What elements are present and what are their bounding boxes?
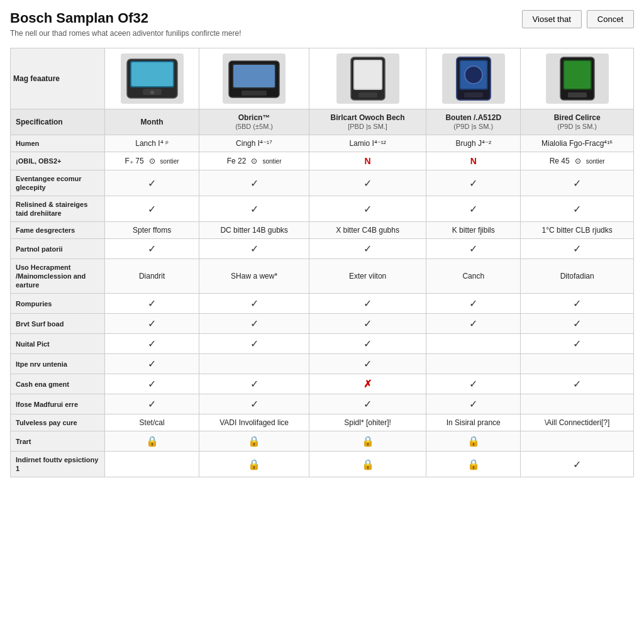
row-cell: ✓ (426, 314, 521, 334)
vioset-button[interactable]: Vioset that (522, 10, 582, 28)
svg-rect-11 (355, 61, 381, 89)
check-icon: ✓ (573, 459, 581, 470)
row-cell: Spter ffoms (105, 222, 199, 239)
table-row: Partnol patorii✓✓✓✓✓ (11, 239, 634, 259)
check-icon: ✓ (469, 178, 477, 189)
device-image-2 (223, 53, 286, 104)
row-cell: ✓ (105, 294, 199, 314)
row-cell: ✓ (521, 239, 634, 259)
row-label: Humen (11, 135, 105, 152)
row-cell: ✓ (199, 334, 309, 354)
value-with-icon: F₊ 75⊙sontier (110, 157, 194, 165)
row-cell: F₊ 75⊙sontier (105, 152, 199, 170)
page-title: Bosch Samplan Of32 (10, 10, 242, 26)
row-cell: 🔒 (105, 431, 199, 452)
table-row: Nuital Pict✓✓✓✓ (11, 334, 634, 354)
product-name-4: Bouten /.A512D (P9D |s SM.) (426, 109, 521, 135)
row-label: ¡OBIL, OBS2+ (11, 152, 105, 170)
check-icon: ✓ (364, 243, 372, 254)
table-row: Eventangee ecomur glecepity✓✓✓✓✓ (11, 170, 634, 196)
svg-rect-7 (233, 65, 275, 87)
lock-icon: 🔒 (362, 459, 374, 470)
row-cell: 🔒 (199, 452, 309, 477)
row-cell: ✓ (199, 196, 309, 222)
table-row: Cash ena gment✓✓✗✓✓ (11, 374, 634, 394)
row-cell: ✓ (521, 452, 634, 477)
row-cell: ✓ (199, 374, 309, 394)
check-icon: ✓ (250, 318, 258, 329)
row-cell: ✓ (199, 394, 309, 414)
table-row: Fame desgrectersSpter ffomsDC bitter 14B… (11, 222, 634, 239)
device-image-1 (121, 53, 184, 104)
row-cell: K bitter fjibils (426, 222, 521, 239)
device-image-3 (336, 53, 399, 104)
page-header: Bosch Samplan Of32 The nell our thad rom… (10, 10, 634, 38)
row-cell: ✓ (309, 334, 426, 354)
row-cell: ✓ (521, 294, 634, 314)
product-image-2 (199, 48, 309, 109)
row-label: Relisined & staireiges taid drehiitare (11, 196, 105, 222)
circle-icon: ⊙ (149, 157, 155, 165)
value-with-icon: Re 45⊙sontier (526, 157, 628, 165)
product-name-5: Bired Celirce (P9D |s SM.) (521, 109, 634, 135)
row-label: Tulveless pay cure (11, 414, 105, 431)
row-cell: Canch (426, 259, 521, 294)
check-icon: ✓ (573, 243, 581, 254)
table-row: Uso Hecrapment /Mainomclession and eartu… (11, 259, 634, 294)
row-cell: ✓ (309, 239, 426, 259)
header-left: Bosch Samplan Of32 The nell our thad rom… (10, 10, 242, 38)
feature-header-label: Mag feaature (11, 48, 105, 109)
row-cell: Mialolia Fgo-Fracg⁴¹⁶ (521, 135, 634, 152)
row-cell: ✓ (105, 196, 199, 222)
row-cell: 🔒 (309, 431, 426, 452)
row-cell (521, 431, 634, 452)
row-cell: ✓ (199, 294, 309, 314)
lock-icon: 🔒 (248, 459, 260, 470)
check-icon: ✓ (148, 318, 156, 329)
row-cell (105, 452, 199, 477)
row-cell: Brugh J⁴⁻² (426, 135, 521, 152)
row-cell (521, 354, 634, 374)
product-image-1 (105, 48, 199, 109)
row-cell: In Sisiral prance (426, 414, 521, 431)
table-row: Rompuries✓✓✓✓✓ (11, 294, 634, 314)
row-cell: ✓ (105, 374, 199, 394)
check-icon: ✓ (250, 243, 258, 254)
row-cell: ✓ (105, 334, 199, 354)
bold-n-value: N (365, 156, 371, 166)
row-cell: ✓ (309, 314, 426, 334)
row-cell: SHaw a wew* (199, 259, 309, 294)
row-cell: ✓ (105, 354, 199, 374)
row-cell: ✓ (521, 334, 634, 354)
check-icon: ✓ (250, 204, 258, 214)
row-label: Rompuries (11, 294, 105, 314)
check-icon: ✓ (573, 178, 581, 189)
row-cell: 🔒 (426, 431, 521, 452)
row-cell: Re 45⊙sontier (521, 152, 634, 170)
row-label: Cash ena gment (11, 374, 105, 394)
row-cell: 🔒 (309, 452, 426, 477)
row-cell (426, 354, 521, 374)
table-row: Indirnet fouttv epsictiony 1🔒🔒🔒✓ (11, 452, 634, 477)
check-icon: ✓ (573, 379, 581, 389)
check-icon: ✓ (469, 318, 477, 329)
row-cell: Exter viiton (309, 259, 426, 294)
svg-point-4 (150, 91, 154, 94)
table-row: HumenLanch I⁴ ᵖCingh I⁴⁻¹⁷Lamio I⁴⁻¹²Bru… (11, 135, 634, 152)
row-cell: VADI Involifaged lice (199, 414, 309, 431)
header-buttons: Vioset that Concet (522, 10, 634, 28)
row-cell: ✓ (309, 294, 426, 314)
concet-button[interactable]: Concet (587, 10, 634, 28)
device-image-4 (442, 53, 505, 104)
check-icon: ✓ (148, 338, 156, 349)
row-cell (521, 394, 634, 414)
svg-point-16 (465, 66, 482, 84)
check-icon: ✓ (148, 204, 156, 214)
comparison-table: Mag feaature (10, 48, 634, 477)
table-row: Trart🔒🔒🔒🔒 (11, 431, 634, 452)
table-row: Ifose Madfurui erre✓✓✓✓ (11, 394, 634, 414)
row-cell: ✓ (521, 314, 634, 334)
check-icon: ✓ (364, 318, 372, 329)
row-cell: 1°C bitter CLB rjudks (521, 222, 634, 239)
check-icon: ✓ (364, 298, 372, 309)
